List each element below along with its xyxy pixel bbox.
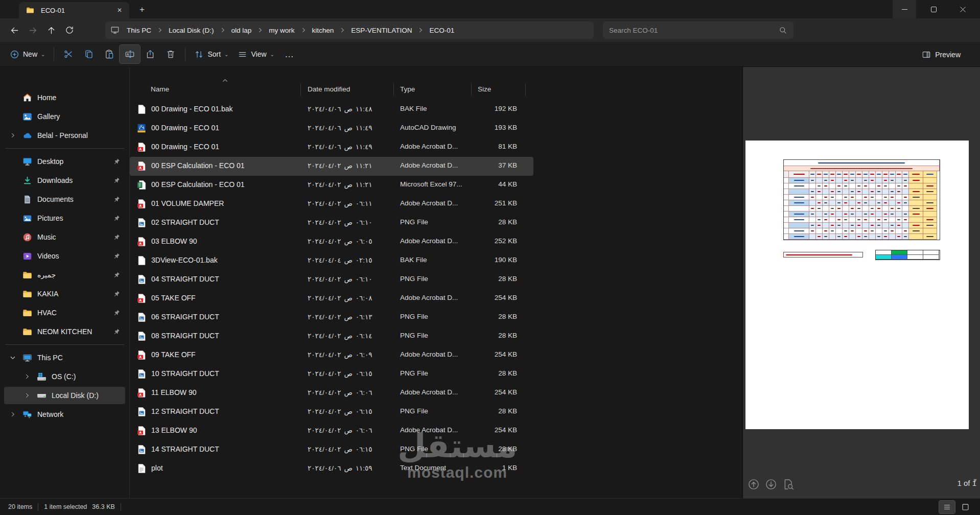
close-button[interactable] bbox=[951, 0, 974, 18]
breadcrumb-item[interactable]: ECO-01 bbox=[425, 25, 458, 36]
breadcrumb-item[interactable]: my work bbox=[265, 25, 298, 36]
sidebar-item-جميره[interactable]: جميره bbox=[4, 266, 125, 284]
chevron-right-icon[interactable] bbox=[256, 27, 264, 34]
sidebar-item-kakia[interactable]: KAKIA bbox=[4, 285, 125, 302]
sidebar-item-belal-personal[interactable]: Belal - Personal bbox=[4, 127, 125, 144]
sidebar-item-local-disk-d-[interactable]: Local Disk (D:) bbox=[4, 387, 125, 404]
chevron-right-icon[interactable] bbox=[22, 372, 32, 381]
large-icons-view-toggle[interactable] bbox=[958, 501, 973, 513]
cut-button[interactable] bbox=[58, 45, 79, 63]
file-row[interactable]: 10 STRAIGHT DUCT٢٠٢٤/٠٤/٠٢ص٠٦:١٥PNG File… bbox=[130, 365, 533, 384]
file-row[interactable]: 13 ELBOW 90٢٠٢٤/٠٤/٠٢ص٠٦:٠٦Adobe Acrobat… bbox=[130, 422, 533, 440]
page-zoom-button[interactable] bbox=[781, 477, 796, 492]
sort-button[interactable]: Sort ⌄ bbox=[190, 45, 233, 63]
sidebar-item-os-c-[interactable]: OS (C:) bbox=[4, 368, 125, 385]
sidebar-item-documents[interactable]: Documents bbox=[4, 191, 125, 208]
sidebar-item-gallery[interactable]: Gallery bbox=[4, 108, 125, 125]
breadcrumb-item[interactable]: This PC bbox=[123, 25, 155, 36]
file-row[interactable]: 05 TAKE OFF٢٠٢٤/٠٤/٠٢ص٠٦:٠٨Adobe Acrobat… bbox=[130, 289, 533, 308]
chevron-right-icon[interactable] bbox=[219, 27, 226, 34]
chevron-right-icon[interactable] bbox=[417, 27, 424, 34]
file-row[interactable]: 00 ESP Calculation - ECO 01٢٠٢٤/٠٤/٠٢ص١١… bbox=[130, 176, 533, 195]
file-list: 00 Drawing - ECO 01.bak٢٠٢٤/٠٤/٠٦ص١١:٤٨B… bbox=[130, 100, 741, 478]
chevron-right-icon[interactable] bbox=[22, 391, 32, 400]
sidebar-item-pictures[interactable]: Pictures bbox=[4, 209, 125, 227]
paste-button[interactable] bbox=[99, 45, 120, 63]
search-input[interactable]: Search ECO-01 bbox=[603, 21, 794, 39]
file-type: Adobe Acrobat D... bbox=[400, 161, 458, 169]
sidebar-item-neom-kitchen[interactable]: NEOM KITCHEN bbox=[4, 323, 125, 340]
file-date-meridiem: ص bbox=[344, 105, 353, 113]
breadcrumb-item[interactable]: Local Disk (D:) bbox=[165, 25, 218, 36]
column-divider[interactable] bbox=[525, 83, 526, 96]
back-button[interactable] bbox=[5, 21, 24, 39]
file-row[interactable]: 04 STRAIGHT DUCT٢٠٢٤/٠٤/٠٢ص٠٦:١٠PNG File… bbox=[130, 270, 533, 289]
file-time: ٠٦:٠٦ bbox=[356, 388, 372, 396]
sidebar-item-network[interactable]: Network bbox=[4, 406, 125, 423]
file-row[interactable]: 08 STRAIGHT DUCT٢٠٢٤/٠٤/٠٢ص٠٦:١٤PNG File… bbox=[130, 327, 533, 346]
breadcrumb-item[interactable]: ESP-VENTILATION bbox=[347, 25, 416, 36]
column-divider[interactable] bbox=[393, 83, 394, 96]
sidebar-item-home[interactable]: Home bbox=[4, 89, 125, 106]
file-row[interactable]: 00 Drawing - ECO 01٢٠٢٤/٠٤/٠٦ص١١:٤٩Adobe… bbox=[130, 138, 533, 157]
refresh-button[interactable] bbox=[60, 21, 79, 39]
file-row[interactable]: 11 ELBOW 90٢٠٢٤/٠٤/٠٢ص٠٦:٠٦Adobe Acrobat… bbox=[130, 384, 533, 403]
file-row[interactable]: 00 ESP Calculation - ECO 01٢٠٢٤/٠٤/٠٢ص١١… bbox=[130, 157, 533, 176]
sidebar-item-downloads[interactable]: Downloads bbox=[4, 172, 125, 189]
sidebar-item-this-pc[interactable]: This PC bbox=[4, 349, 125, 366]
minimize-button[interactable] bbox=[893, 0, 916, 18]
forward-button[interactable] bbox=[24, 21, 42, 39]
column-header-type[interactable]: Type bbox=[400, 85, 415, 93]
file-row[interactable]: 12 STRAIGHT DUCT٢٠٢٤/٠٤/٠٢ص٠٦:١٥PNG File… bbox=[130, 403, 533, 422]
share-button[interactable] bbox=[140, 45, 160, 63]
preview-toggle-button[interactable]: Preview bbox=[917, 45, 966, 64]
file-row[interactable]: 02 STRAIGHT DUCT٢٠٢٤/٠٤/٠٢ص٠٦:١٠PNG File… bbox=[130, 214, 533, 232]
up-button[interactable] bbox=[42, 21, 60, 39]
breadcrumb-item[interactable]: kitchen bbox=[308, 25, 338, 36]
new-tab-button[interactable]: + bbox=[135, 4, 149, 16]
column-header-size[interactable]: Size bbox=[478, 85, 491, 93]
sidebar-item-music[interactable]: Music bbox=[4, 228, 125, 246]
file-row[interactable]: 14 STRAIGHT DUCT٢٠٢٤/٠٤/٠٢ص٠٦:١٥PNG File… bbox=[130, 440, 533, 459]
new-button[interactable]: New ⌄ bbox=[5, 45, 50, 63]
file-row[interactable]: 06 STRAIGHT DUCT٢٠٢٤/٠٤/٠٢ص٠٦:١٣PNG File… bbox=[130, 308, 533, 327]
sidebar-item-desktop[interactable]: Desktop bbox=[4, 153, 125, 170]
file-row[interactable]: 00 Drawing - ECO 01.bak٢٠٢٤/٠٤/٠٦ص١١:٤٨B… bbox=[130, 100, 533, 119]
next-page-button[interactable] bbox=[763, 477, 779, 492]
file-row[interactable]: 01 VOLUME DAMPER٢٠٢٤/٠٤/٠٢ص٠٦:١١Adobe Ac… bbox=[130, 195, 533, 214]
details-view-toggle[interactable] bbox=[939, 501, 955, 513]
copy-button[interactable] bbox=[79, 45, 99, 63]
maximize-button[interactable] bbox=[922, 0, 945, 18]
file-date-modified: ٢٠٢٤/٠٤/٠٢ص٠٦:٠٦ bbox=[308, 426, 372, 434]
rename-button[interactable]: A bbox=[120, 45, 140, 63]
breadcrumb-item[interactable]: old lap bbox=[227, 25, 256, 36]
chevron-right-icon[interactable] bbox=[300, 27, 307, 34]
more-options-button[interactable]: … bbox=[279, 45, 299, 63]
delete-button[interactable] bbox=[160, 45, 181, 63]
column-header-name[interactable]: Name bbox=[151, 85, 169, 93]
chevron-right-icon[interactable] bbox=[8, 131, 17, 140]
file-row[interactable]: 3DView-ECO-01.bak٢٠٢٤/٠٤/٠٤ص٠٢:١٥BAK Fil… bbox=[130, 251, 533, 270]
chevron-down-icon[interactable] bbox=[8, 353, 17, 362]
sidebar-item-label: Downloads bbox=[37, 176, 110, 184]
file-date: ٢٠٢٤/٠٤/٠٢ bbox=[308, 294, 341, 302]
column-divider[interactable] bbox=[300, 83, 301, 96]
file-date: ٢٠٢٤/٠٤/٠٢ bbox=[308, 199, 341, 207]
file-row[interactable]: 09 TAKE OFF٢٠٢٤/٠٤/٠٢ص٠٦:٠٩Adobe Acrobat… bbox=[130, 346, 533, 365]
view-button[interactable]: View ⌄ bbox=[233, 45, 278, 63]
chevron-spacer bbox=[8, 157, 17, 166]
file-row[interactable]: 03 ELBOW 90٢٠٢٤/٠٤/٠٢ص٠٦:٠٥Adobe Acrobat… bbox=[130, 232, 533, 251]
tab-close-icon[interactable]: ✕ bbox=[114, 5, 125, 16]
sidebar-item-hvac[interactable]: HVAC bbox=[4, 304, 125, 321]
chevron-right-icon[interactable] bbox=[339, 27, 346, 34]
sort-icon bbox=[194, 50, 204, 59]
chevron-right-icon[interactable] bbox=[8, 410, 17, 419]
chevron-right-icon[interactable] bbox=[156, 27, 164, 34]
previous-page-button[interactable] bbox=[746, 477, 761, 492]
sidebar-item-videos[interactable]: Videos bbox=[4, 247, 125, 265]
file-row[interactable]: plot٢٠٢٤/٠٤/٠٦ص١١:٥٩Text Document1 KB bbox=[130, 459, 533, 478]
explorer-tab[interactable]: ECO-01 ✕ bbox=[19, 2, 129, 18]
column-header-date-modified[interactable]: Date modified bbox=[308, 85, 350, 93]
file-row[interactable]: 00 Drawing - ECO 01٢٠٢٤/٠٤/٠٦ص١١:٤٩AutoC… bbox=[130, 119, 533, 138]
column-divider[interactable] bbox=[471, 83, 472, 96]
